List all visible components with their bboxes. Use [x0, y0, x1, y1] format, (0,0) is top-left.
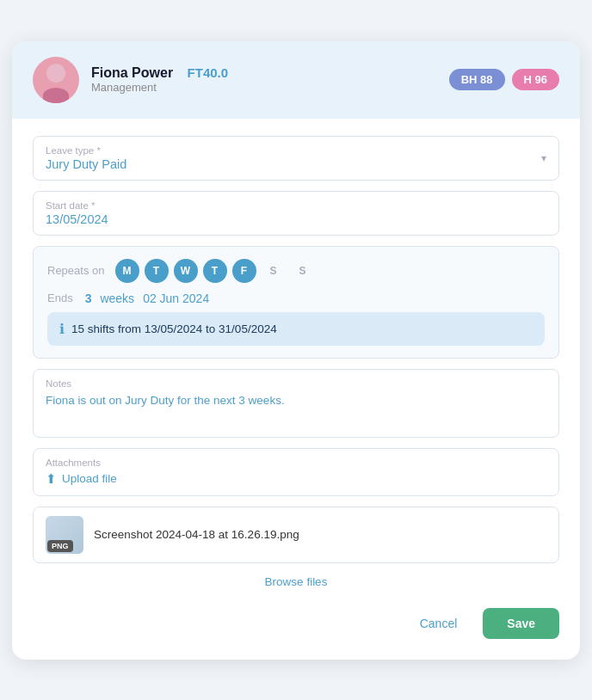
png-badge: PNG — [47, 540, 73, 552]
info-icon: ℹ — [59, 321, 65, 337]
leave-type-value: Jury Duty Paid — [46, 157, 546, 171]
attachments-label: Attachments — [46, 457, 546, 468]
start-date-value: 13/05/2024 — [46, 212, 546, 226]
header-badges: BH 88 H 96 — [449, 69, 559, 90]
ends-label: Ends — [47, 292, 73, 304]
notes-value: Fiona is out on Jury Duty for the next 3… — [46, 394, 546, 407]
avatar — [33, 57, 79, 103]
repeats-section: Repeats on M T W T F S S Ends 3 weeks 02… — [33, 246, 559, 359]
repeats-row: Repeats on M T W T F S S — [47, 259, 545, 283]
day-tuesday[interactable]: T — [145, 259, 169, 283]
upload-icon: ⬆ — [46, 471, 57, 487]
employee-name: Fiona Power — [91, 65, 173, 80]
h-badge: H 96 — [512, 69, 559, 90]
browse-row: Browse files — [33, 574, 559, 589]
day-monday[interactable]: M — [115, 259, 139, 283]
footer: Cancel Save — [12, 599, 580, 639]
shifts-text: 15 shifts from 13/05/2024 to 31/05/2024 — [71, 322, 277, 335]
ft-label: FT40.0 — [188, 65, 229, 80]
file-name: Screenshot 2024-04-18 at 16.26.19.png — [94, 528, 299, 541]
leave-modal: Fiona Power FT40.0 Management BH 88 H 96… — [12, 41, 580, 660]
bh-badge: BH 88 — [449, 69, 505, 90]
ends-weeks-number[interactable]: 3 — [85, 292, 92, 305]
attachments-section: Attachments ⬆ Upload file — [33, 448, 559, 496]
form-body: Leave type * Jury Duty Paid ▾ Start date… — [12, 119, 580, 589]
shifts-info-bar: ℹ 15 shifts from 13/05/2024 to 31/05/202… — [47, 312, 545, 346]
header: Fiona Power FT40.0 Management BH 88 H 96 — [12, 41, 580, 119]
upload-text: Upload file — [62, 472, 117, 485]
employee-role: Management — [91, 81, 437, 94]
leave-type-field[interactable]: Leave type * Jury Duty Paid ▾ — [33, 136, 559, 181]
ends-date: 02 Jun 2024 — [143, 292, 209, 305]
day-sunday[interactable]: S — [291, 259, 315, 283]
start-date-label: Start date * — [46, 200, 546, 211]
browse-files-link[interactable]: Browse files — [265, 575, 328, 588]
notes-field[interactable]: Notes Fiona is out on Jury Duty for the … — [33, 369, 559, 438]
file-thumbnail: PNG — [46, 516, 83, 554]
day-thursday[interactable]: T — [203, 259, 227, 283]
leave-type-label: Leave type * — [46, 145, 546, 156]
ends-row: Ends 3 weeks 02 Jun 2024 — [47, 292, 545, 305]
chevron-down-icon: ▾ — [541, 152, 546, 164]
repeats-label: Repeats on — [47, 264, 105, 277]
start-date-field[interactable]: Start date * 13/05/2024 — [33, 191, 559, 236]
upload-row[interactable]: ⬆ Upload file — [46, 471, 546, 487]
header-info: Fiona Power FT40.0 Management — [91, 65, 437, 94]
file-preview: PNG Screenshot 2024-04-18 at 16.26.19.pn… — [33, 507, 559, 563]
ends-weeks-label: weeks — [100, 292, 134, 305]
save-button[interactable]: Save — [483, 608, 559, 639]
day-saturday[interactable]: S — [262, 259, 286, 283]
notes-label: Notes — [46, 378, 546, 389]
cancel-button[interactable]: Cancel — [406, 610, 472, 637]
day-wednesday[interactable]: W — [174, 259, 198, 283]
day-friday[interactable]: F — [232, 259, 256, 283]
